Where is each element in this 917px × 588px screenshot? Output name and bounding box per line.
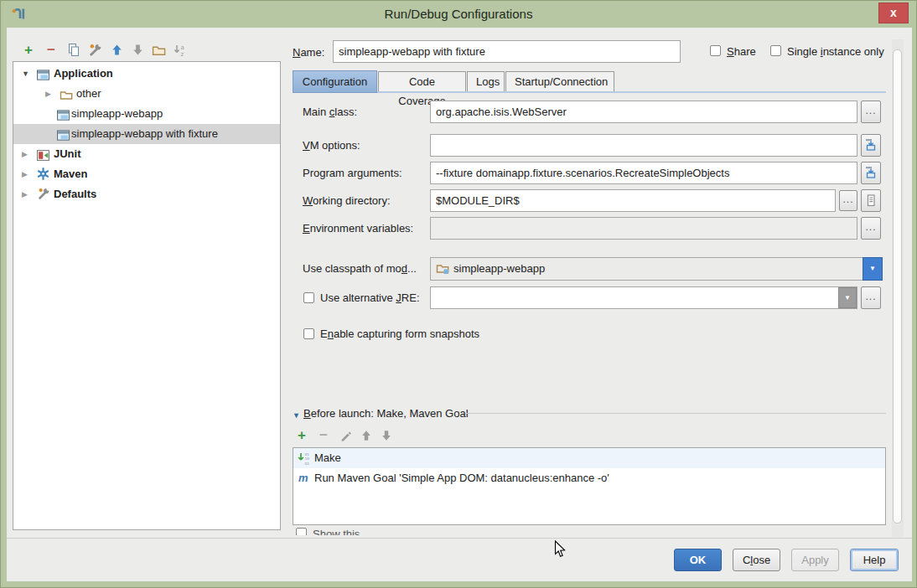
- svg-text:01: 01: [305, 462, 310, 466]
- tree-item-label: Defaults: [54, 184, 96, 204]
- create-folder-icon[interactable]: [151, 44, 166, 59]
- show-this-checkbox[interactable]: [296, 528, 307, 535]
- copy-configuration-icon[interactable]: [66, 43, 81, 58]
- tree-item-label: simpleapp-webapp: [71, 104, 163, 124]
- use-alt-jre-browse-button[interactable]: ...: [861, 286, 881, 309]
- svg-text:01: 01: [305, 452, 310, 456]
- run-debug-configurations-dialog: Run/Debug Configurations x + −: [0, 0, 917, 588]
- tree-item-label: Maven: [54, 164, 87, 184]
- tree-item-label: simpleapp-webapp with fixture: [71, 124, 218, 144]
- main-class-browse-button[interactable]: ...: [861, 101, 881, 123]
- edit-defaults-wrench-icon[interactable]: [87, 43, 102, 58]
- enable-snapshots-label: Enable capturing form snapshots: [320, 328, 479, 341]
- dialog-content: + − a z: [7, 28, 912, 581]
- name-input[interactable]: [333, 40, 681, 63]
- tree-item-label: Application: [54, 64, 113, 84]
- expander-collapsed-icon[interactable]: ▶: [22, 184, 28, 204]
- move-down-icon[interactable]: [130, 44, 145, 59]
- use-alt-jre-dropdown-arrow-icon[interactable]: ▼: [838, 287, 857, 308]
- tab-logs[interactable]: Logs: [467, 71, 505, 92]
- before-launch-item-label: Make: [314, 448, 341, 468]
- dialog-title: Run/Debug Configurations: [1, 7, 916, 21]
- single-instance-checkbox[interactable]: [770, 45, 781, 56]
- remove-configuration-button[interactable]: −: [44, 44, 59, 59]
- close-button[interactable]: Close: [733, 549, 780, 571]
- before-launch-collapse-icon[interactable]: ▼: [293, 409, 300, 422]
- ok-button[interactable]: OK: [674, 549, 722, 571]
- environment-variables-label: Environment variables:: [303, 222, 413, 235]
- help-button[interactable]: Help: [850, 549, 899, 571]
- tree-item-application[interactable]: ▼ Application: [13, 64, 280, 84]
- single-instance-label: Single instance only: [787, 45, 884, 59]
- tree-item-other[interactable]: ▶ other: [13, 84, 280, 104]
- working-directory-browse-button[interactable]: ...: [839, 190, 857, 211]
- enable-snapshots-checkbox[interactable]: [303, 328, 314, 339]
- defaults-wrench-icon: [37, 187, 50, 207]
- expander-collapsed-icon[interactable]: ▶: [45, 84, 51, 104]
- vm-options-input[interactable]: [430, 134, 857, 157]
- tree-item-label: other: [76, 84, 101, 104]
- before-launch-remove-button[interactable]: −: [316, 430, 331, 445]
- tree-item-defaults[interactable]: ▶ Defaults: [13, 184, 280, 204]
- expander-collapsed-icon[interactable]: ▶: [22, 144, 28, 164]
- working-directory-input[interactable]: [430, 189, 836, 212]
- environment-variables-input[interactable]: [430, 217, 857, 240]
- tab-underline: [293, 91, 886, 93]
- program-arguments-input[interactable]: [430, 162, 857, 184]
- mouse-cursor: [554, 540, 567, 561]
- tab-code-coverage[interactable]: Code Coverage: [378, 71, 466, 92]
- use-classpath-dropdown[interactable]: simpleapp-webapp: [430, 257, 883, 281]
- use-classpath-label: Use classpath of mod...: [303, 262, 417, 276]
- add-configuration-button[interactable]: +: [21, 44, 36, 59]
- configurations-tree: ▼ Application ▶ other simpleapp-webapp: [13, 61, 281, 530]
- scrollbar-thumb[interactable]: [893, 49, 902, 524]
- sort-alphabetically-icon[interactable]: a z: [173, 44, 188, 59]
- show-this-label: Show this: [313, 528, 360, 535]
- environment-variables-browse-button[interactable]: ...: [861, 217, 881, 240]
- tree-item-maven[interactable]: ▶ Maven: [13, 164, 280, 184]
- svg-text:10: 10: [305, 456, 310, 461]
- use-alt-jre-combo[interactable]: [430, 286, 857, 309]
- clipped-show-this-row: Show this: [296, 528, 480, 535]
- before-launch-edit-icon[interactable]: [338, 429, 353, 444]
- before-launch-add-button[interactable]: +: [294, 429, 309, 444]
- program-arguments-label: Program arguments:: [303, 167, 402, 180]
- move-up-icon[interactable]: [109, 44, 124, 59]
- tab-configuration[interactable]: Configuration: [293, 70, 377, 93]
- name-label: Name:: [293, 46, 324, 59]
- close-icon[interactable]: x: [878, 3, 909, 23]
- svg-text:a: a: [181, 44, 184, 51]
- tree-item-simpleapp-webapp[interactable]: simpleapp-webapp: [13, 104, 280, 124]
- tree-item-junit[interactable]: ▶ JUnit: [13, 144, 280, 164]
- vm-options-expand-button[interactable]: [861, 134, 881, 157]
- use-classpath-dropdown-arrow-icon[interactable]: ▼: [863, 257, 883, 281]
- use-alt-jre-checkbox[interactable]: [303, 292, 314, 303]
- section-divider: [466, 413, 886, 414]
- working-directory-label: Working directory:: [303, 194, 391, 208]
- before-launch-item-make[interactable]: 01 10 01 Make: [293, 448, 885, 468]
- share-label: Share: [727, 45, 756, 59]
- program-arguments-expand-button[interactable]: [861, 162, 881, 184]
- module-icon: [436, 260, 449, 282]
- vm-options-label: VM options:: [303, 139, 360, 152]
- main-class-label: Main class:: [303, 106, 357, 119]
- right-scrollbar: [892, 39, 904, 537]
- use-alt-jre-label: Use alternative JRE:: [320, 291, 420, 305]
- before-launch-list: 01 10 01 Make m Run Maven Goal 'Simple A…: [293, 447, 886, 525]
- tree-item-simpleapp-webapp-with-fixture[interactable]: simpleapp-webapp with fixture: [13, 124, 280, 144]
- use-classpath-value: simpleapp-webapp: [453, 262, 545, 275]
- tab-startup-connection[interactable]: Startup/Connection: [505, 71, 614, 92]
- maven-goal-icon: m: [298, 468, 308, 488]
- expander-expanded-icon[interactable]: ▼: [22, 64, 29, 84]
- footer-divider: [7, 538, 912, 539]
- before-launch-move-down-icon[interactable]: [379, 430, 394, 445]
- expander-collapsed-icon[interactable]: ▶: [22, 164, 28, 184]
- main-class-input[interactable]: [430, 101, 857, 123]
- share-checkbox[interactable]: [710, 45, 721, 56]
- before-launch-item-maven-goal[interactable]: m Run Maven Goal 'Simple App DOM: datanu…: [293, 468, 885, 488]
- before-launch-title: Before launch: Make, Maven Goal: [303, 407, 469, 420]
- before-launch-move-up-icon[interactable]: [359, 430, 374, 445]
- apply-button[interactable]: Apply: [791, 549, 839, 571]
- working-directory-macro-button[interactable]: [861, 189, 881, 212]
- svg-text:z: z: [181, 51, 184, 57]
